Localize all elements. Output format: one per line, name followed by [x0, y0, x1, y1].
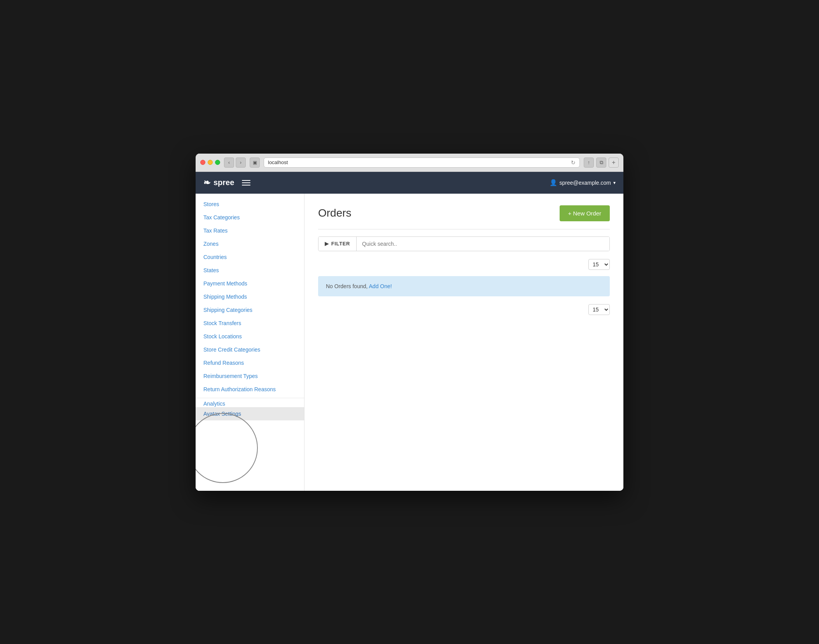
- traffic-lights: [200, 160, 220, 165]
- address-bar[interactable]: localhost ↻: [264, 158, 580, 168]
- sidebar-item-shipping-methods[interactable]: Shipping Methods: [196, 290, 304, 303]
- user-icon: 👤: [550, 179, 557, 186]
- main-layout: Stores Tax Categories Tax Rates Zones Co…: [196, 194, 623, 491]
- user-email: spree@example.com: [560, 180, 611, 186]
- back-button[interactable]: ‹: [224, 158, 234, 168]
- sidebar-item-tax-rates[interactable]: Tax Rates: [196, 224, 304, 237]
- top-nav-left: ❧ spree: [203, 178, 250, 188]
- sidebar-item-stock-transfers[interactable]: Stock Transfers: [196, 317, 304, 330]
- filter-button[interactable]: ▶ FILTER: [318, 237, 357, 251]
- logo-text: spree: [214, 178, 234, 187]
- content-area: Orders + New Order ▶ FILTER 15 25 50: [304, 194, 623, 491]
- nav-buttons: ‹ ›: [224, 158, 246, 168]
- logo-icon: ❧: [203, 178, 210, 188]
- new-tab-button[interactable]: +: [609, 158, 619, 168]
- app-container: ❧ spree 👤 spree@example.com ▾ Stores Tax…: [196, 172, 623, 491]
- fullscreen-button[interactable]: [215, 160, 220, 165]
- search-input[interactable]: [357, 237, 609, 251]
- logo: ❧ spree: [203, 178, 234, 188]
- content-header: Orders + New Order: [318, 205, 610, 221]
- content-divider: [318, 229, 610, 229]
- url-text: localhost: [268, 159, 288, 165]
- sidebar-item-stores[interactable]: Stores: [196, 198, 304, 211]
- circle-annotation: [196, 413, 258, 483]
- filter-arrow-icon: ▶: [325, 241, 329, 247]
- top-nav: ❧ spree 👤 spree@example.com ▾: [196, 172, 623, 194]
- sidebar-item-shipping-categories[interactable]: Shipping Categories: [196, 303, 304, 317]
- browser-actions: ↑ ⧉ +: [584, 158, 619, 168]
- sidebar-item-stock-locations[interactable]: Stock Locations: [196, 330, 304, 343]
- sidebar-item-refund-reasons[interactable]: Refund Reasons: [196, 356, 304, 369]
- reload-icon[interactable]: ↻: [571, 159, 576, 166]
- sidebar-item-tax-categories[interactable]: Tax Categories: [196, 211, 304, 224]
- sidebar-item-zones[interactable]: Zones: [196, 237, 304, 250]
- sidebar: Stores Tax Categories Tax Rates Zones Co…: [196, 194, 304, 491]
- close-button[interactable]: [200, 160, 205, 165]
- minimize-button[interactable]: [208, 160, 213, 165]
- sidebar-item-payment-methods[interactable]: Payment Methods: [196, 277, 304, 290]
- browser-chrome: ‹ › ▣ localhost ↻ ↑ ⧉ +: [196, 154, 623, 172]
- hamburger-menu[interactable]: [242, 180, 250, 186]
- sidebar-item-analytics[interactable]: Analytics: [196, 397, 233, 408]
- sidebar-item-countries[interactable]: Countries: [196, 250, 304, 264]
- new-order-button[interactable]: + New Order: [560, 205, 610, 221]
- filter-bar: ▶ FILTER: [318, 236, 610, 251]
- duplicate-button[interactable]: ⧉: [596, 158, 606, 168]
- user-menu[interactable]: 👤 spree@example.com ▾: [550, 179, 616, 186]
- per-page-select-bottom[interactable]: 15 25 50: [588, 304, 610, 315]
- per-page-bottom: 15 25 50: [318, 304, 610, 315]
- no-orders-text: No Orders found,: [326, 283, 369, 289]
- sidebar-item-states[interactable]: States: [196, 264, 304, 277]
- share-button[interactable]: ↑: [584, 158, 594, 168]
- sidebar-toggle-button[interactable]: ▣: [250, 158, 260, 168]
- no-orders-message: No Orders found, Add One!: [318, 276, 610, 296]
- sidebar-item-avatax-settings[interactable]: Avatax Settings: [196, 407, 304, 420]
- browser-window: ‹ › ▣ localhost ↻ ↑ ⧉ + ❧ spree: [196, 154, 623, 491]
- filter-label: FILTER: [331, 241, 350, 247]
- page-title: Orders: [318, 207, 352, 219]
- user-dropdown-arrow: ▾: [613, 180, 616, 186]
- add-one-link[interactable]: Add One!: [369, 283, 392, 289]
- sidebar-item-reimbursement-types[interactable]: Reimbursement Types: [196, 369, 304, 383]
- sidebar-item-store-credit-categories[interactable]: Store Credit Categories: [196, 343, 304, 356]
- per-page-top: 15 25 50: [318, 259, 610, 270]
- per-page-select-top[interactable]: 15 25 50: [588, 259, 610, 270]
- sidebar-item-return-authorization-reasons[interactable]: Return Authorization Reasons: [196, 383, 304, 396]
- forward-button[interactable]: ›: [236, 158, 246, 168]
